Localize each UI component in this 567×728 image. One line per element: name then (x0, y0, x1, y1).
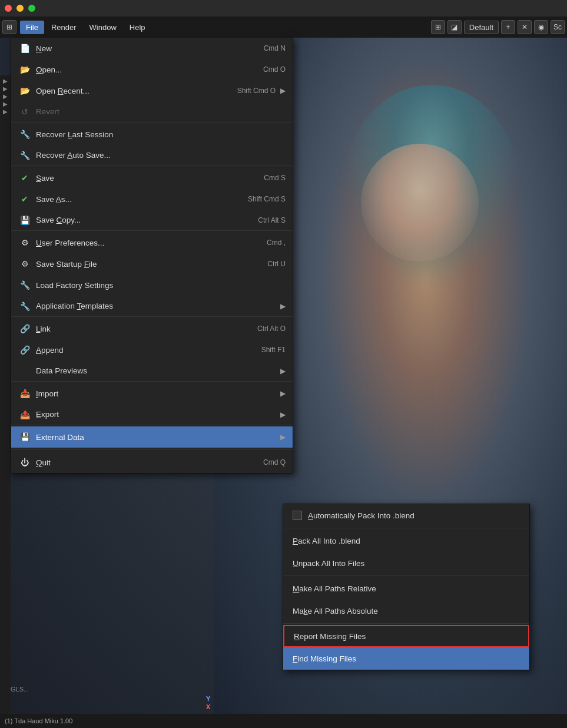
menu-item-save[interactable]: ✔ Save Cmd S (11, 167, 293, 188)
menubar: ⊞ File Render Window Help ⊞ ◪ Default + … (0, 16, 567, 38)
submenu-item-make-absolute[interactable]: Make All Paths Absolute (283, 600, 529, 622)
menu-item-revert: ↺ Revert (11, 101, 293, 123)
menu-item-export[interactable]: 📤 Export ▶ (11, 404, 293, 425)
external-data-submenu: Automatically Pack Into .blend Pack All … (283, 504, 530, 670)
external-data-arrow: ▶ (280, 433, 286, 441)
recover-last-icon: 🔧 (18, 128, 31, 141)
menu-render[interactable]: Render (45, 21, 82, 34)
menu-item-app-templates[interactable]: 🔧 Application Templates ▶ (11, 296, 293, 317)
statusbar-text: (1) Tda Haud Miku 1.00 (5, 717, 72, 724)
quit-icon: ⏻ (18, 456, 31, 469)
save-copy-label: Save Copy... (36, 216, 258, 224)
menu-item-save-copy[interactable]: 💾 Save Copy... Ctrl Alt S (11, 210, 293, 231)
load-factory-icon: 🔧 (18, 279, 31, 292)
editor-type-button[interactable]: ⊞ (2, 20, 16, 34)
submenu-item-unpack-all[interactable]: Unpack All Into Files (283, 552, 529, 574)
data-previews-arrow: ▶ (280, 367, 286, 375)
menu-item-data-previews[interactable]: Data Previews ▶ (11, 360, 293, 382)
menu-item-save-startup[interactable]: ⚙ Save Startup File Ctrl U (11, 253, 293, 274)
menu-file[interactable]: File (20, 21, 44, 34)
link-label: Link (36, 325, 257, 333)
auto-pack-checkbox[interactable] (293, 511, 302, 520)
sidebar-arrow-4[interactable]: ▶ (3, 101, 8, 107)
new-label: New (36, 44, 264, 53)
add-workspace-button[interactable]: + (501, 20, 515, 34)
revert-label: Revert (36, 107, 286, 116)
render-icon[interactable]: ◉ (534, 20, 548, 34)
menu-item-recover-last[interactable]: 🔧 Recover Last Session (11, 124, 293, 145)
menu-item-append[interactable]: 🔗 Append Shift F1 (11, 339, 293, 360)
app-templates-icon: 🔧 (18, 300, 31, 313)
user-prefs-label: User Preferences... (36, 239, 267, 247)
menu-item-quit[interactable]: ⏻ Quit Cmd Q (11, 452, 293, 473)
export-arrow: ▶ (280, 411, 286, 419)
export-icon: 📤 (18, 408, 31, 421)
revert-icon: ↺ (18, 105, 31, 118)
quit-label: Quit (36, 458, 263, 467)
menu-item-load-factory[interactable]: 🔧 Load Factory Settings (11, 274, 293, 296)
submenu-separator-3 (283, 623, 529, 624)
import-arrow: ▶ (280, 389, 286, 398)
axis-indicator: Y X (206, 695, 210, 710)
minimize-button[interactable] (16, 5, 24, 12)
link-shortcut: Ctrl Alt O (257, 325, 286, 333)
save-startup-icon: ⚙ (18, 257, 31, 270)
open-recent-shortcut: Shift Cmd O (237, 87, 276, 95)
save-copy-shortcut: Ctrl Alt S (258, 216, 286, 224)
external-data-icon: 💾 (18, 431, 31, 444)
open-recent-icon: 📂 (18, 84, 31, 97)
sidebar-arrow-1[interactable]: ▶ (3, 78, 8, 84)
menu-help[interactable]: Help (124, 21, 151, 34)
menu-item-recover-auto[interactable]: 🔧 Recover Auto Save... (11, 145, 293, 166)
sidebar-arrow-3[interactable]: ▶ (3, 93, 8, 100)
append-icon: 🔗 (18, 343, 31, 356)
sidebar-arrow-5[interactable]: ▶ (3, 108, 8, 115)
recover-auto-label: Recover Auto Save... (36, 151, 286, 160)
save-as-icon: ✔ (18, 193, 31, 206)
menu-item-user-prefs[interactable]: ⚙ User Preferences... Cmd , (11, 232, 293, 253)
editor-switch-icon[interactable]: ⊞ (431, 20, 445, 34)
file-menu: 📄 New Cmd N 📂 Open... Cmd O 📂 Open Recen… (11, 38, 293, 474)
menu-item-new[interactable]: 📄 New Cmd N (11, 38, 293, 59)
x-axis-label: X (206, 703, 210, 710)
menu-item-save-as[interactable]: ✔ Save As... Shift Cmd S (11, 188, 293, 210)
viewport-shading-icon[interactable]: ◪ (447, 20, 462, 34)
statusbar: (1) Tda Haud Miku 1.00 (0, 714, 567, 728)
submenu-item-make-relative[interactable]: Make All Paths Relative (283, 577, 529, 600)
save-copy-icon: 💾 (18, 214, 31, 227)
find-missing-label: Find Missing Files (293, 654, 356, 663)
close-workspace-button[interactable]: ✕ (518, 20, 532, 34)
sidebar-arrow-2[interactable]: ▶ (3, 85, 8, 92)
open-recent-arrow: ▶ (280, 87, 286, 95)
import-label: Import (36, 389, 276, 398)
auto-pack-label: Automatically Pack Into .blend (308, 511, 415, 520)
make-absolute-label: Make All Paths Absolute (293, 607, 378, 616)
menu-item-open-recent[interactable]: 📂 Open Recent... Shift Cmd O ▶ (11, 80, 293, 101)
user-prefs-icon: ⚙ (18, 236, 31, 249)
submenu-item-report-missing[interactable]: Report Missing Files (283, 625, 529, 647)
menu-item-link[interactable]: 🔗 Link Ctrl Alt O (11, 318, 293, 339)
quit-shortcut: Cmd Q (263, 458, 286, 466)
workspace-selector[interactable]: Default (464, 21, 499, 34)
pack-all-label: Pack All Into .blend (293, 537, 360, 545)
new-shortcut: Cmd N (264, 44, 286, 52)
menu-item-open[interactable]: 📂 Open... Cmd O (11, 59, 293, 80)
append-shortcut: Shift F1 (261, 346, 286, 354)
y-axis-label: Y (206, 695, 210, 702)
export-label: Export (36, 410, 276, 419)
close-button[interactable] (5, 5, 12, 12)
data-previews-icon (18, 365, 31, 378)
external-data-label: External Data (36, 433, 276, 442)
submenu-item-find-missing[interactable]: Find Missing Files (283, 647, 529, 670)
submenu-item-pack-all[interactable]: Pack All Into .blend (283, 530, 529, 552)
new-icon: 📄 (18, 42, 31, 55)
open-recent-label: Open Recent... (36, 87, 237, 95)
menu-item-import[interactable]: 📥 Import ▶ (11, 383, 293, 404)
submenu-item-auto-pack[interactable]: Automatically Pack Into .blend (283, 504, 529, 527)
save-as-shortcut: Shift Cmd S (248, 195, 286, 203)
menu-window[interactable]: Window (84, 21, 122, 34)
menu-item-external-data[interactable]: 💾 External Data ▶ (11, 426, 293, 448)
save-icon: ✔ (18, 171, 31, 184)
maximize-button[interactable] (28, 5, 35, 12)
scene-options-icon[interactable]: Sc (551, 20, 565, 34)
